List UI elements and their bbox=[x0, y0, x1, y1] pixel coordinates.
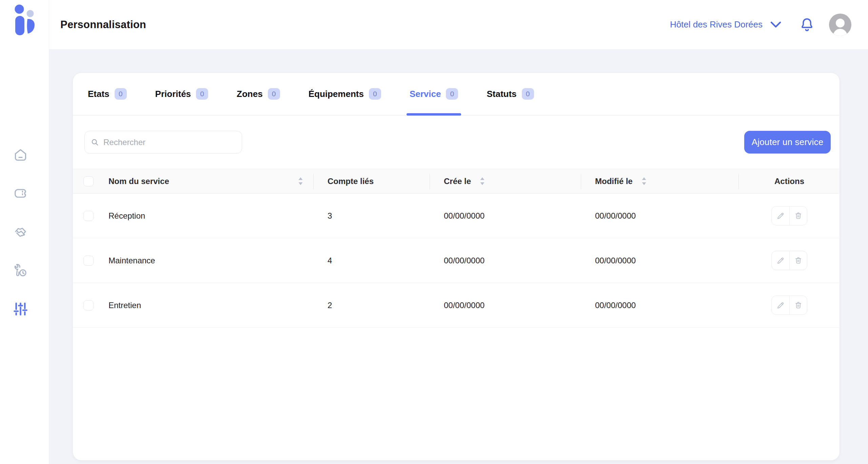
tab-count-badge: 0 bbox=[369, 88, 381, 100]
handshake-icon bbox=[13, 224, 28, 240]
row-actions bbox=[771, 296, 807, 315]
sort-control-cree-le[interactable] bbox=[480, 177, 485, 185]
app-logo[interactable] bbox=[12, 4, 36, 35]
column-header-actions: Actions bbox=[738, 177, 840, 186]
edit-button[interactable] bbox=[772, 251, 789, 270]
avatar-person-icon bbox=[836, 19, 845, 27]
ticket-icon bbox=[13, 186, 28, 201]
tab-count-badge: 0 bbox=[446, 88, 458, 100]
sort-up-icon bbox=[642, 177, 647, 180]
workspace-name: Hôtel des Rives Dorées bbox=[670, 19, 763, 30]
trash-icon bbox=[794, 256, 803, 265]
sort-control-modifie-le[interactable] bbox=[642, 177, 647, 185]
select-all-checkbox[interactable] bbox=[83, 176, 94, 186]
notifications-button[interactable] bbox=[799, 17, 815, 33]
created-date: 00/00/0000 bbox=[430, 301, 581, 310]
sidebar-item-personnalisation[interactable] bbox=[13, 301, 28, 317]
column-header-nom-du-service: Nom du service bbox=[73, 176, 313, 186]
table-header-row: Nom du service Compte liés Crée le Modif… bbox=[73, 169, 840, 194]
sort-down-icon bbox=[480, 182, 485, 185]
column-divider bbox=[430, 174, 430, 189]
workspace-selector[interactable]: Hôtel des Rives Dorées bbox=[670, 19, 782, 30]
delete-button[interactable] bbox=[789, 206, 807, 225]
sidebar-item-home[interactable] bbox=[13, 147, 28, 163]
column-header-cree-le: Crée le bbox=[430, 177, 581, 186]
tab-priorites[interactable]: Priorités 0 bbox=[155, 73, 209, 115]
table-toolbar: Ajouter un service bbox=[73, 116, 840, 169]
add-service-button[interactable]: Ajouter un service bbox=[744, 131, 831, 154]
select-row-checkbox[interactable] bbox=[83, 256, 94, 266]
bell-icon bbox=[799, 17, 815, 33]
column-divider bbox=[313, 174, 314, 189]
app-screen: Personnalisation Hôtel des Rives Dorées bbox=[0, 0, 868, 464]
page-title: Personnalisation bbox=[60, 0, 146, 49]
search-icon bbox=[91, 138, 99, 146]
wrench-clock-icon bbox=[13, 263, 28, 278]
tab-count-badge: 0 bbox=[196, 88, 208, 100]
logo-icon bbox=[12, 4, 36, 35]
linked-accounts-count: 4 bbox=[313, 256, 430, 265]
row-actions bbox=[771, 206, 807, 225]
search-box bbox=[84, 131, 242, 154]
select-row-checkbox[interactable] bbox=[83, 300, 94, 310]
row-actions bbox=[771, 251, 807, 270]
search-input[interactable] bbox=[103, 138, 236, 147]
modified-date: 00/00/0000 bbox=[581, 256, 738, 265]
sort-up-icon bbox=[480, 177, 485, 180]
created-date: 00/00/0000 bbox=[430, 211, 581, 221]
tab-service[interactable]: Service 0 bbox=[410, 73, 458, 115]
active-tab-underline bbox=[407, 113, 461, 116]
trash-icon bbox=[794, 211, 803, 220]
table-row: Réception 3 00/00/0000 00/00/0000 bbox=[73, 194, 840, 238]
service-name: Réception bbox=[108, 211, 145, 221]
tab-count-badge: 0 bbox=[115, 88, 127, 100]
delete-button[interactable] bbox=[789, 251, 807, 270]
edit-button[interactable] bbox=[772, 296, 789, 315]
trash-icon bbox=[794, 301, 803, 309]
table-row: Maintenance 4 00/00/0000 00/00/0000 bbox=[73, 238, 840, 283]
table-row: Entretien 2 00/00/0000 00/00/0000 bbox=[73, 283, 840, 328]
sort-down-icon bbox=[298, 182, 303, 185]
sidebar-item-tickets[interactable] bbox=[13, 185, 28, 201]
tab-count-badge: 0 bbox=[522, 88, 534, 100]
sort-control-nom-du-service[interactable] bbox=[298, 177, 303, 185]
tab-bar: Etats 0 Priorités 0 Zones 0 Équipements … bbox=[73, 73, 840, 116]
select-row-checkbox[interactable] bbox=[83, 211, 94, 221]
sidebar-item-partners[interactable] bbox=[13, 224, 28, 240]
column-header-compte-lies: Compte liés bbox=[313, 177, 430, 186]
column-divider bbox=[581, 174, 581, 189]
sliders-icon bbox=[13, 301, 28, 317]
home-icon bbox=[13, 147, 28, 163]
sort-up-icon bbox=[298, 177, 303, 180]
linked-accounts-count: 3 bbox=[313, 211, 430, 221]
created-date: 00/00/0000 bbox=[430, 256, 581, 265]
sort-down-icon bbox=[642, 182, 647, 185]
service-name: Maintenance bbox=[108, 256, 155, 265]
chevron-down-icon bbox=[770, 21, 782, 28]
user-avatar[interactable] bbox=[829, 14, 851, 36]
delete-button[interactable] bbox=[789, 296, 807, 315]
tab-statuts[interactable]: Statuts 0 bbox=[487, 73, 534, 115]
edit-button[interactable] bbox=[772, 206, 789, 225]
sidebar-item-maintenance[interactable] bbox=[13, 263, 28, 278]
tab-etats[interactable]: Etats 0 bbox=[88, 73, 127, 115]
linked-accounts-count: 2 bbox=[313, 301, 430, 310]
pencil-icon bbox=[776, 301, 785, 310]
personnalisation-card: Etats 0 Priorités 0 Zones 0 Équipements … bbox=[73, 73, 840, 461]
top-right-cluster: Hôtel des Rives Dorées bbox=[670, 0, 851, 49]
pencil-icon bbox=[776, 211, 785, 220]
modified-date: 00/00/0000 bbox=[581, 301, 738, 310]
tab-equipements[interactable]: Équipements 0 bbox=[309, 73, 381, 115]
pencil-icon bbox=[776, 256, 785, 265]
service-name: Entretien bbox=[108, 301, 141, 310]
modified-date: 00/00/0000 bbox=[581, 211, 738, 221]
column-divider bbox=[738, 174, 739, 189]
column-header-modifie-le: Modifié le bbox=[581, 177, 738, 186]
tab-zones[interactable]: Zones 0 bbox=[237, 73, 280, 115]
tab-count-badge: 0 bbox=[268, 88, 280, 100]
